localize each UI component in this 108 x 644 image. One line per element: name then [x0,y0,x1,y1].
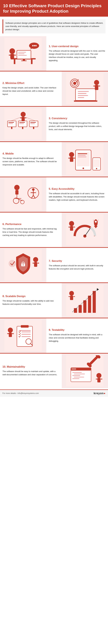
footer-brand: kreyon● [94,392,105,395]
svg-rect-29 [98,86,100,86]
section-9: 9. Testability The software should be de… [0,318,108,353]
svg-rect-23 [78,93,86,94]
svg-rect-144 [100,379,102,380]
illustration-3 [2,108,44,140]
page-footer: For more details:- Info@kreyonsystems.co… [0,390,108,397]
svg-rect-143 [96,379,97,380]
svg-rect-42 [20,123,24,124]
svg-rect-49 [22,117,25,121]
svg-rect-59 [94,159,99,167]
svg-rect-5 [23,59,25,60]
section-7-text: 7. Security The software product should … [46,248,108,282]
illustration-4 [64,144,106,175]
svg-rect-115 [73,296,75,297]
svg-point-64 [69,152,74,157]
illustration-7 [2,250,44,281]
svg-rect-50 [20,118,22,118]
svg-rect-107 [83,300,86,313]
svg-rect-45 [11,127,12,129]
section-9-title: 9. Testability [49,328,105,332]
svg-point-103 [9,260,16,267]
svg-point-91 [95,221,97,223]
svg-point-17 [34,45,35,46]
svg-point-112 [69,291,74,296]
section-10-body: The software should be easy to maintain … [3,370,59,376]
illustration-2 [64,73,106,104]
svg-rect-66 [68,158,70,158]
section-3-image [0,107,46,141]
svg-point-77 [32,188,35,191]
svg-rect-27 [95,85,98,90]
svg-rect-109 [93,291,96,313]
svg-point-60 [96,168,97,169]
section-6-body: The software should be fast and responsi… [3,227,59,237]
section-4-image [62,142,108,177]
illustration-9 [2,320,44,351]
svg-rect-40 [9,123,13,124]
svg-point-92 [69,221,74,226]
section-10-title: 10. Maintainability [3,365,59,368]
svg-rect-12 [9,55,11,56]
svg-rect-22 [78,91,89,92]
svg-rect-63 [78,156,86,157]
svg-point-125 [8,328,13,333]
section-6-image [62,212,108,247]
svg-rect-13 [14,55,16,56]
svg-rect-118 [21,325,29,328]
svg-point-18 [35,45,37,46]
illustration-8 [64,285,106,316]
svg-point-32 [73,82,76,85]
svg-point-48 [21,112,26,117]
svg-rect-93 [70,226,73,231]
svg-rect-105 [74,308,77,313]
section-10: 10. Maintainability The software should … [0,354,108,388]
svg-rect-24 [78,95,88,96]
section-8-text: 8. Scalable Design The design should be … [0,283,62,318]
section-1: 1. User-centered design The software sho… [0,36,108,71]
svg-rect-127 [7,333,9,334]
section-1-text: 1. User-centered design The software sho… [46,36,108,71]
section-5-image [0,177,46,212]
svg-rect-140 [72,378,79,379]
section-10-image [62,354,108,388]
svg-rect-47 [33,127,34,129]
svg-rect-9 [18,55,27,56]
section-6: 6. Performance The software should be fa… [0,212,108,247]
section-7-title: 7. Security [49,260,105,262]
svg-rect-94 [68,227,70,228]
illustration-1 [2,38,44,69]
svg-rect-28 [93,86,95,86]
svg-rect-20 [75,89,96,100]
section-10-text: 10. Maintainability The software should … [0,354,62,388]
svg-point-16 [32,45,34,46]
section-3: 3. Consistency The design should be cons… [0,107,108,141]
section-1-image [0,36,46,71]
svg-rect-46 [22,127,23,129]
illustration-10 [64,355,106,386]
svg-rect-102 [37,263,39,264]
section-1-body: The software should be designed with the… [49,50,105,62]
illustration-5 [2,179,44,210]
section-4-title: 4. Mobile [3,152,59,155]
svg-rect-7 [18,52,26,52]
svg-rect-2 [14,60,15,64]
section-4-body: The design should be flexible enough to … [3,157,59,166]
section-4: 4. Mobile The design should be flexible … [0,142,108,177]
svg-rect-139 [74,377,84,378]
svg-rect-128 [12,333,14,334]
svg-rect-126 [9,333,12,337]
svg-rect-114 [68,296,70,297]
svg-point-69 [14,185,20,190]
svg-rect-65 [70,157,73,162]
svg-rect-106 [79,305,82,313]
svg-rect-68 [5,179,42,210]
svg-point-57 [82,168,84,169]
section-2-body: Keep the design simple, and avoid clutte… [3,86,59,96]
section-5-title: 5. Easy Accessibility [49,188,105,190]
svg-rect-120 [22,332,31,332]
svg-rect-21 [74,100,97,102]
svg-rect-70 [15,190,18,194]
svg-rect-136 [72,372,82,373]
svg-rect-6 [21,60,27,61]
svg-point-98 [23,264,24,265]
